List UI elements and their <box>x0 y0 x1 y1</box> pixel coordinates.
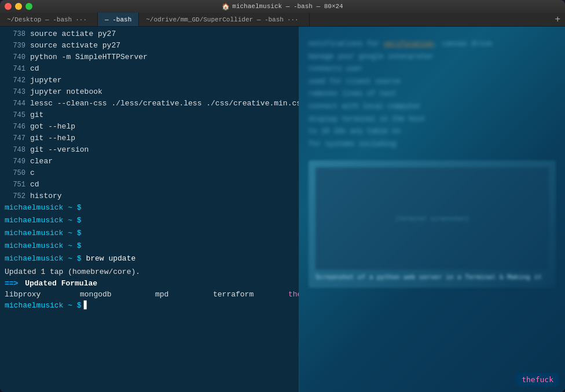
history-line-747: 747 git --help <box>0 133 299 145</box>
blur-line-6: connect with local computer <box>309 101 556 113</box>
packages-line: libproxy mongodb mpd terraform thefuck <box>0 289 299 301</box>
history-line-749: 749 clear <box>0 156 299 168</box>
blur-line-8: to 10 10s any table on <box>309 126 556 138</box>
terminal-left[interactable]: 738 source actiate py27 739 source activ… <box>0 27 299 392</box>
new-tab-button[interactable]: + <box>550 13 565 26</box>
tab-more-2[interactable]: ··· <box>284 16 302 23</box>
tabs-bar: ~/Desktop — -bash ··· — -bash ~/odrive/m… <box>0 13 565 27</box>
final-prompt-line[interactable]: michaelmusick ~ $ ▋ <box>0 301 299 313</box>
titlebar: 🏠 michaelmusick — -bash — 80×24 <box>0 0 565 13</box>
pkg-libproxy: libproxy <box>5 289 80 301</box>
history-line-743: 743 jupyter notebook <box>0 87 299 98</box>
history-line-738: 738 source actiate py27 <box>0 29 299 41</box>
brew-update-line: michaelmusick ~ $ brew update <box>0 254 299 266</box>
pkg-mongodb: mongodb <box>80 289 155 301</box>
content-area: 738 source actiate py27 739 source activ… <box>0 27 565 392</box>
cursor: ▋ <box>84 301 89 311</box>
preview-caption-text: Screenshot of a python web server in a T… <box>315 270 549 281</box>
blur-line-4: used for client source <box>309 76 556 89</box>
blur-line-9: for systems including <box>309 138 556 151</box>
terminal-window: 🏠 michaelmusick — -bash — 80×24 ~/Deskto… <box>0 0 565 392</box>
blurred-content: notifications for verification, canvas d… <box>299 27 565 392</box>
blur-line-7: display terminal in the host <box>309 113 556 126</box>
blur-line-5: removes lines of text <box>309 88 556 101</box>
history-line-746: 746 got --help <box>0 122 299 133</box>
history-line-740: 740 python -m SimpleHTTPServer <box>0 52 299 64</box>
blur-link: verification <box>384 40 434 48</box>
prompt-line-4: michaelmusick ~ $ <box>0 241 299 254</box>
prompt-line-1: michaelmusick ~ $ <box>0 203 299 215</box>
window-title: 🏠 michaelmusick — -bash — 80×24 <box>222 3 343 10</box>
thefuck-badge: thefuck <box>516 373 559 386</box>
prompt-line-2: michaelmusick ~ $ <box>0 215 299 228</box>
history-line-741: 741 cd <box>0 64 299 75</box>
pkg-terraform: terraform <box>213 289 288 301</box>
home-icon: 🏠 <box>222 3 230 10</box>
tab-more-0[interactable]: ··· <box>72 16 90 23</box>
output-tap-line: Updated 1 tap (homebrew/core). <box>0 266 299 278</box>
output-updated-line: ==> Updated Formulae <box>0 278 299 290</box>
terminal-right: notifications for verification, canvas d… <box>299 27 565 392</box>
history-line-739: 739 source activate py27 <box>0 41 299 52</box>
tab-supercollider[interactable]: ~/odrive/mm_GD/SuperCollider — -bash ··· <box>139 13 309 26</box>
history-line-744: 744 lessc --clean-css ./less/creative.le… <box>0 98 299 110</box>
blur-line-1: notifications for verification, canvas d… <box>309 38 556 51</box>
history-line-750: 750 c <box>0 168 299 179</box>
history-line-742: 742 jupyter <box>0 75 299 87</box>
pkg-thefuck: thefuck <box>288 289 299 301</box>
history-line-748: 748 git --version <box>0 145 299 156</box>
pkg-mpd: mpd <box>155 289 213 301</box>
tab-bash[interactable]: — -bash <box>98 13 139 26</box>
blur-text-top: notifications for verification, canvas d… <box>299 27 565 162</box>
prompt-line-3: michaelmusick ~ $ <box>0 228 299 241</box>
minimize-button[interactable] <box>15 3 22 10</box>
blur-line-3: connects user <box>309 63 556 76</box>
history-line-751: 751 cd <box>0 179 299 191</box>
close-button[interactable] <box>5 3 12 10</box>
traffic-lights <box>5 3 32 10</box>
screenshot-preview: [terminal screenshot] Screenshot of a py… <box>309 160 556 288</box>
maximize-button[interactable] <box>25 3 32 10</box>
blur-line-2: manage your google interpreter <box>309 51 556 64</box>
preview-inner: [terminal screenshot] Screenshot of a py… <box>309 160 556 288</box>
history-line-752: 752 history <box>0 191 299 203</box>
history-line-745: 745 git <box>0 110 299 122</box>
tab-desktop[interactable]: ~/Desktop — -bash ··· <box>0 13 98 26</box>
